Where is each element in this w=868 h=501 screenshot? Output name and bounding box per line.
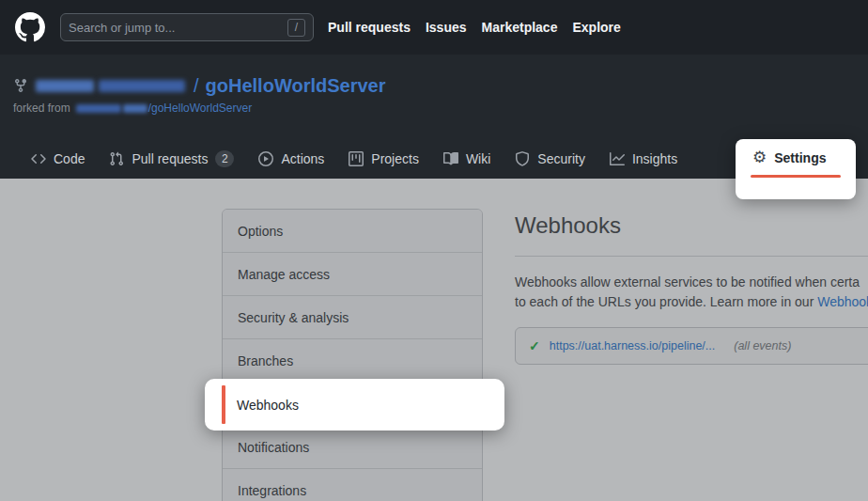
pull-requests-count-badge: 2 (215, 150, 234, 167)
nav-pull-requests[interactable]: Pull requests (328, 20, 411, 35)
description-text: to each of the URLs you provide. Learn m… (515, 294, 817, 309)
redacted-owner-name (36, 80, 94, 92)
tab-label: Settings (774, 150, 826, 165)
tab-label: Security (537, 151, 585, 166)
tab-settings[interactable]: ⚙ Settings (752, 149, 826, 165)
repo-path-separator: / (194, 75, 199, 97)
webhooks-item-spotlight: Webhooks (205, 379, 504, 431)
global-header: Search or jump to... / Pull requests Iss… (0, 0, 868, 55)
tab-wiki[interactable]: Wiki (443, 151, 490, 166)
sidebar-item-label: Integrations (238, 483, 306, 498)
sidebar-item-manage-access[interactable]: Manage access (223, 253, 482, 296)
active-tab-underline (751, 175, 841, 178)
webhooks-content: Webhooks Webhooks allow external service… (515, 205, 868, 501)
sidebar-item-webhooks[interactable]: Webhooks (222, 384, 488, 426)
sidebar-item-options[interactable]: Options (223, 210, 482, 253)
graph-icon (610, 151, 625, 166)
sidebar-item-label: Webhooks (237, 398, 299, 413)
tab-code[interactable]: Code (31, 151, 85, 166)
code-icon (31, 151, 46, 166)
sidebar-item-integrations[interactable]: Integrations (223, 469, 482, 501)
tab-label: Projects (371, 151, 419, 166)
book-icon (443, 151, 458, 166)
webhook-url-link[interactable]: https://uat.harness.io/pipeline/... (550, 339, 716, 352)
github-repo-settings-page: Search or jump to... / Pull requests Iss… (0, 0, 868, 501)
tab-projects[interactable]: Projects (349, 151, 419, 166)
sidebar-item-label: Manage access (238, 267, 330, 282)
active-item-marker (222, 385, 225, 424)
forked-from-label: forked from (13, 102, 70, 115)
upstream-repo-link[interactable]: /goHelloWorldServer (148, 102, 253, 115)
tab-label: Actions (281, 151, 324, 166)
redacted-upstream-owner (76, 104, 121, 113)
settings-tab-spotlight: ⚙ Settings (736, 139, 856, 199)
sidebar-item-security-analysis[interactable]: Security & analysis (223, 296, 482, 339)
redacted-upstream-owner (123, 104, 147, 113)
divider (515, 256, 868, 257)
tab-actions[interactable]: Actions (258, 151, 324, 166)
webhook-list-item: ✓ https://uat.harness.io/pipeline/... (a… (515, 327, 868, 365)
webhooks-guide-link[interactable]: Webhooks (817, 294, 868, 309)
project-board-icon (349, 151, 364, 166)
shield-icon (515, 151, 530, 166)
redacted-owner-name (99, 80, 185, 92)
global-search-input[interactable]: Search or jump to... / (60, 13, 314, 41)
nav-marketplace[interactable]: Marketplace (482, 20, 558, 35)
gear-icon: ⚙ (752, 149, 767, 165)
nav-explore[interactable]: Explore (572, 20, 620, 35)
settings-sidebar: Options Manage access Security & analysi… (222, 209, 483, 501)
page-title: Webhooks (515, 212, 621, 239)
search-placeholder: Search or jump to... (69, 21, 287, 35)
tab-insights[interactable]: Insights (610, 151, 677, 166)
sidebar-item-label: Notifications (238, 440, 309, 455)
check-icon: ✓ (529, 338, 540, 353)
webhook-events-label: (all events) (734, 339, 791, 352)
sidebar-item-label: Branches (238, 353, 293, 368)
nav-issues[interactable]: Issues (426, 20, 467, 35)
repo-title: / goHelloWorldServer (13, 73, 385, 98)
repo-name-link[interactable]: goHelloWorldServer (206, 75, 386, 97)
play-icon (258, 151, 273, 166)
repo-forked-icon (13, 78, 28, 93)
tab-label: Code (54, 151, 85, 166)
forked-from-line: forked from /goHelloWorldServer (13, 102, 252, 115)
sidebar-item-label: Security & analysis (238, 310, 349, 325)
repo-tab-bar: Code Pull requests 2 Actions Projects (31, 139, 677, 179)
pull-request-icon (109, 151, 124, 166)
tab-label: Insights (632, 151, 677, 166)
description-line-1: Webhooks allow external services to be n… (515, 274, 860, 290)
slash-shortcut-badge: / (287, 19, 305, 37)
tab-security[interactable]: Security (515, 151, 585, 166)
sidebar-item-notifications[interactable]: Notifications (223, 426, 482, 469)
tab-label: Wiki (466, 151, 490, 166)
sidebar-item-label: Options (238, 224, 283, 239)
global-nav: Pull requests Issues Marketplace Explore (328, 20, 621, 35)
description-line-2: to each of the URLs you provide. Learn m… (515, 294, 868, 309)
github-logo-icon[interactable] (15, 12, 45, 42)
tab-pull-requests[interactable]: Pull requests 2 (109, 150, 234, 167)
sidebar-item-branches[interactable]: Branches (223, 339, 482, 383)
tab-label: Pull requests (132, 151, 208, 166)
